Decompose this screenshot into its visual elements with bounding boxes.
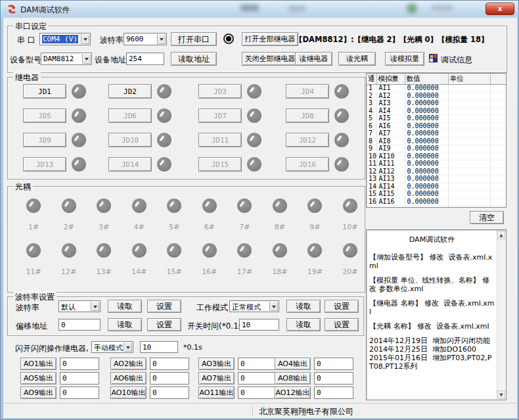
output-value-7[interactable]: 0: [238, 372, 277, 385]
table-row[interactable]: 14AI140.000000: [367, 183, 506, 191]
table-row[interactable]: 16AI160.000000: [367, 198, 506, 206]
relay-button-jd11[interactable]: JD11: [198, 133, 242, 147]
output-value-5[interactable]: 0: [60, 372, 99, 385]
table-row[interactable]: [367, 206, 506, 208]
log-scrollbar[interactable]: ▲ ▼: [497, 231, 505, 399]
output-value-2[interactable]: 0: [150, 358, 189, 370]
table-row[interactable]: 7AI70.000000: [367, 130, 506, 138]
baud-read-button[interactable]: 读取: [108, 300, 142, 313]
relay-button-jd5[interactable]: JD5: [23, 108, 66, 123]
relay-button-jd1[interactable]: JD1: [23, 84, 66, 99]
workmode-combobox[interactable]: 正常模式: [229, 300, 279, 312]
table-row[interactable]: 10AI100.000000: [367, 152, 506, 160]
flash-time-input[interactable]: 10: [140, 341, 178, 353]
analog-col-header[interactable]: 模拟量: [376, 74, 405, 85]
flash-mode-combobox[interactable]: 手动模式: [91, 341, 133, 353]
chevron-down-icon[interactable]: [81, 34, 89, 44]
scroll-up-icon[interactable]: ▲: [497, 231, 505, 239]
output-value-9[interactable]: 0: [60, 386, 99, 399]
output-button-4[interactable]: AO4输出: [275, 358, 311, 370]
relay-button-jd3[interactable]: JD3: [198, 84, 242, 99]
baud2-combobox[interactable]: 默认: [58, 300, 101, 312]
table-row[interactable]: 2AI20.000000: [367, 92, 506, 100]
offset-input[interactable]: 0: [58, 319, 101, 331]
switch-read-button[interactable]: 读取: [286, 318, 321, 331]
log-box[interactable]: DAM调试软件 【增加设备型号】 修改 设备表.xml.xml【模拟量 单位、线…: [366, 229, 507, 400]
offset-read-button[interactable]: 读取: [108, 318, 142, 331]
output-value-3[interactable]: 0: [238, 358, 277, 370]
scroll-down-icon[interactable]: ▼: [497, 390, 505, 399]
model-combobox[interactable]: DAM8812: [41, 53, 92, 65]
table-row[interactable]: 15AI150.000000: [367, 191, 506, 198]
chevron-down-icon[interactable]: [124, 342, 132, 352]
chevron-down-icon[interactable]: [91, 302, 99, 311]
open-port-button[interactable]: 打开串口: [171, 32, 217, 46]
output-button-9[interactable]: AO9输出: [20, 386, 56, 399]
table-row[interactable]: 4AI40.000000: [367, 107, 506, 115]
read-addr-button[interactable]: 读取地址: [171, 52, 217, 66]
chevron-down-icon[interactable]: [269, 302, 278, 311]
output-button-7[interactable]: AO7输出: [198, 372, 235, 385]
output-value-12[interactable]: 0: [314, 386, 353, 399]
output-value-1[interactable]: 0: [60, 358, 99, 370]
table-row[interactable]: 3AI30.000000: [367, 100, 506, 108]
analog-col-header[interactable]: 数值: [405, 74, 448, 85]
port-combobox[interactable]: COM4 (V): [39, 33, 91, 45]
output-button-6[interactable]: AO6输出: [110, 372, 147, 385]
output-button-2[interactable]: AO2输出: [110, 358, 147, 370]
output-value-6[interactable]: 0: [150, 372, 189, 385]
output-button-11[interactable]: AO11输出: [198, 386, 235, 399]
table-row[interactable]: 12AI120.000000: [367, 168, 506, 175]
close-button[interactable]: x: [485, 3, 514, 15]
analog-col-header[interactable]: [490, 74, 506, 85]
output-value-4[interactable]: 0: [314, 358, 353, 370]
workmode-set-button[interactable]: 设置: [325, 300, 359, 313]
output-button-1[interactable]: AO1输出: [20, 358, 56, 370]
analog-col-header[interactable]: 通: [367, 74, 376, 85]
baud-combobox[interactable]: 9600: [124, 33, 167, 45]
titlebar[interactable]: DAM调试软件 x: [1, 1, 519, 18]
addr-input[interactable]: 254: [126, 53, 164, 65]
analog-col-header[interactable]: 单位: [448, 74, 490, 85]
relay-button-jd16[interactable]: JD16: [286, 157, 329, 172]
output-value-8[interactable]: 0: [314, 372, 353, 385]
relay-button-jd9[interactable]: JD9: [23, 133, 66, 147]
relay-button-jd10[interactable]: JD10: [108, 133, 152, 147]
relay-button-jd4[interactable]: JD4: [286, 84, 329, 99]
relay-button-jd12[interactable]: JD12: [286, 133, 329, 147]
output-button-5[interactable]: AO5输出: [20, 372, 56, 385]
relay-button-jd14[interactable]: JD14: [108, 157, 152, 172]
table-row[interactable]: 11AI110.000000: [367, 160, 506, 168]
relay-button-jd15[interactable]: JD15: [198, 157, 242, 172]
output-button-3[interactable]: AO3输出: [198, 358, 235, 370]
debug-info-icon[interactable]: [429, 54, 438, 62]
close-all-relays-button[interactable]: 关闭全部继电器: [242, 52, 298, 66]
relay-button-jd13[interactable]: JD13: [23, 157, 66, 172]
offset-set-button[interactable]: 设置: [147, 318, 181, 331]
relay-button-jd7[interactable]: JD7: [198, 108, 242, 123]
clear-button[interactable]: 清空: [470, 211, 504, 224]
read-analog-button[interactable]: 读模拟量: [385, 52, 424, 66]
read-relay-button[interactable]: 读继电器: [295, 52, 332, 66]
table-row[interactable]: 1AI10.000000: [367, 85, 506, 93]
workmode-read-button[interactable]: 读取: [286, 300, 321, 313]
output-value-11[interactable]: 0: [238, 386, 277, 399]
chevron-down-icon[interactable]: [82, 54, 91, 64]
table-row[interactable]: 13AI130.000000: [367, 175, 506, 183]
output-button-12[interactable]: AO12输出: [275, 386, 311, 399]
output-button-10[interactable]: AO10输出: [110, 386, 147, 399]
output-button-8[interactable]: AO8输出: [275, 372, 311, 385]
table-row[interactable]: 5AI50.000000: [367, 115, 506, 123]
relay-button-jd2[interactable]: JD2: [108, 84, 152, 99]
table-row[interactable]: 9AI90.000000: [367, 145, 506, 153]
table-row[interactable]: 6AI60.000000: [367, 122, 506, 130]
analog-table-header[interactable]: 通模拟量数值单位: [367, 74, 506, 85]
relay-button-jd8[interactable]: JD8: [286, 108, 329, 123]
read-opto-button[interactable]: 读光耦: [338, 52, 376, 66]
baud-set-button[interactable]: 设置: [147, 300, 181, 313]
chevron-down-icon[interactable]: [157, 34, 166, 44]
table-row[interactable]: 8AI80.000000: [367, 137, 506, 145]
switch-time-input[interactable]: 10: [239, 319, 279, 331]
switch-set-button[interactable]: 设置: [325, 318, 359, 331]
relay-button-jd6[interactable]: JD6: [108, 108, 152, 123]
